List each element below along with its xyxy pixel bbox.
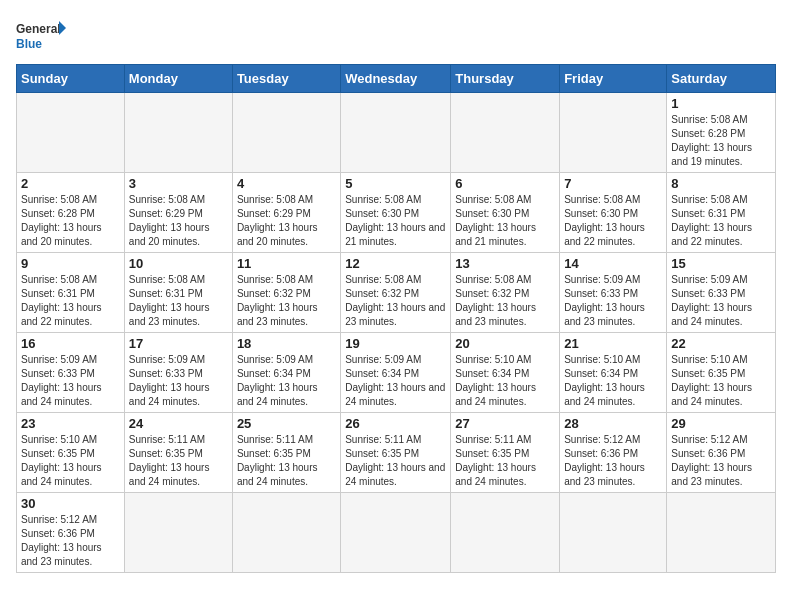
calendar-cell: 10Sunrise: 5:08 AM Sunset: 6:31 PM Dayli… — [124, 253, 232, 333]
day-number: 4 — [237, 176, 336, 191]
logo: General Blue — [16, 16, 66, 56]
calendar-cell: 12Sunrise: 5:08 AM Sunset: 6:32 PM Dayli… — [341, 253, 451, 333]
day-info: Sunrise: 5:08 AM Sunset: 6:31 PM Dayligh… — [671, 193, 771, 249]
calendar-cell — [341, 493, 451, 573]
day-number: 20 — [455, 336, 555, 351]
day-info: Sunrise: 5:08 AM Sunset: 6:31 PM Dayligh… — [129, 273, 228, 329]
calendar-cell: 3Sunrise: 5:08 AM Sunset: 6:29 PM Daylig… — [124, 173, 232, 253]
calendar-cell: 23Sunrise: 5:10 AM Sunset: 6:35 PM Dayli… — [17, 413, 125, 493]
calendar-cell — [232, 493, 340, 573]
day-header-monday: Monday — [124, 65, 232, 93]
day-number: 29 — [671, 416, 771, 431]
calendar-week-row: 16Sunrise: 5:09 AM Sunset: 6:33 PM Dayli… — [17, 333, 776, 413]
calendar-cell — [667, 493, 776, 573]
day-info: Sunrise: 5:08 AM Sunset: 6:29 PM Dayligh… — [129, 193, 228, 249]
calendar-cell: 13Sunrise: 5:08 AM Sunset: 6:32 PM Dayli… — [451, 253, 560, 333]
day-number: 18 — [237, 336, 336, 351]
day-number: 16 — [21, 336, 120, 351]
day-number: 26 — [345, 416, 446, 431]
day-info: Sunrise: 5:10 AM Sunset: 6:35 PM Dayligh… — [21, 433, 120, 489]
calendar-cell: 25Sunrise: 5:11 AM Sunset: 6:35 PM Dayli… — [232, 413, 340, 493]
day-number: 21 — [564, 336, 662, 351]
calendar-cell: 15Sunrise: 5:09 AM Sunset: 6:33 PM Dayli… — [667, 253, 776, 333]
day-number: 24 — [129, 416, 228, 431]
day-info: Sunrise: 5:09 AM Sunset: 6:34 PM Dayligh… — [237, 353, 336, 409]
day-info: Sunrise: 5:08 AM Sunset: 6:32 PM Dayligh… — [237, 273, 336, 329]
page-header: General Blue — [16, 16, 776, 56]
calendar-cell: 18Sunrise: 5:09 AM Sunset: 6:34 PM Dayli… — [232, 333, 340, 413]
calendar-cell: 27Sunrise: 5:11 AM Sunset: 6:35 PM Dayli… — [451, 413, 560, 493]
day-number: 23 — [21, 416, 120, 431]
calendar-cell: 1Sunrise: 5:08 AM Sunset: 6:28 PM Daylig… — [667, 93, 776, 173]
calendar-cell — [232, 93, 340, 173]
svg-marker-2 — [59, 21, 66, 35]
day-info: Sunrise: 5:08 AM Sunset: 6:31 PM Dayligh… — [21, 273, 120, 329]
day-number: 10 — [129, 256, 228, 271]
calendar-cell: 26Sunrise: 5:11 AM Sunset: 6:35 PM Dayli… — [341, 413, 451, 493]
day-number: 5 — [345, 176, 446, 191]
calendar-cell: 24Sunrise: 5:11 AM Sunset: 6:35 PM Dayli… — [124, 413, 232, 493]
calendar-cell — [560, 93, 667, 173]
svg-text:Blue: Blue — [16, 37, 42, 51]
calendar-cell: 7Sunrise: 5:08 AM Sunset: 6:30 PM Daylig… — [560, 173, 667, 253]
day-number: 8 — [671, 176, 771, 191]
day-info: Sunrise: 5:08 AM Sunset: 6:30 PM Dayligh… — [564, 193, 662, 249]
day-number: 14 — [564, 256, 662, 271]
day-info: Sunrise: 5:09 AM Sunset: 6:33 PM Dayligh… — [564, 273, 662, 329]
day-info: Sunrise: 5:12 AM Sunset: 6:36 PM Dayligh… — [671, 433, 771, 489]
calendar-cell: 14Sunrise: 5:09 AM Sunset: 6:33 PM Dayli… — [560, 253, 667, 333]
calendar-table: SundayMondayTuesdayWednesdayThursdayFrid… — [16, 64, 776, 573]
day-number: 19 — [345, 336, 446, 351]
day-header-thursday: Thursday — [451, 65, 560, 93]
day-info: Sunrise: 5:10 AM Sunset: 6:34 PM Dayligh… — [564, 353, 662, 409]
calendar-cell: 6Sunrise: 5:08 AM Sunset: 6:30 PM Daylig… — [451, 173, 560, 253]
day-info: Sunrise: 5:11 AM Sunset: 6:35 PM Dayligh… — [129, 433, 228, 489]
day-info: Sunrise: 5:08 AM Sunset: 6:32 PM Dayligh… — [345, 273, 446, 329]
calendar-cell — [560, 493, 667, 573]
day-number: 9 — [21, 256, 120, 271]
calendar-week-row: 1Sunrise: 5:08 AM Sunset: 6:28 PM Daylig… — [17, 93, 776, 173]
day-info: Sunrise: 5:12 AM Sunset: 6:36 PM Dayligh… — [564, 433, 662, 489]
calendar-cell — [451, 93, 560, 173]
day-number: 17 — [129, 336, 228, 351]
day-number: 25 — [237, 416, 336, 431]
day-info: Sunrise: 5:11 AM Sunset: 6:35 PM Dayligh… — [455, 433, 555, 489]
calendar-cell: 4Sunrise: 5:08 AM Sunset: 6:29 PM Daylig… — [232, 173, 340, 253]
day-number: 28 — [564, 416, 662, 431]
day-number: 13 — [455, 256, 555, 271]
calendar-week-row: 9Sunrise: 5:08 AM Sunset: 6:31 PM Daylig… — [17, 253, 776, 333]
calendar-cell: 9Sunrise: 5:08 AM Sunset: 6:31 PM Daylig… — [17, 253, 125, 333]
calendar-cell — [17, 93, 125, 173]
day-info: Sunrise: 5:08 AM Sunset: 6:28 PM Dayligh… — [21, 193, 120, 249]
day-info: Sunrise: 5:10 AM Sunset: 6:35 PM Dayligh… — [671, 353, 771, 409]
day-info: Sunrise: 5:11 AM Sunset: 6:35 PM Dayligh… — [345, 433, 446, 489]
logo-svg: General Blue — [16, 16, 66, 56]
calendar-week-row: 23Sunrise: 5:10 AM Sunset: 6:35 PM Dayli… — [17, 413, 776, 493]
day-info: Sunrise: 5:08 AM Sunset: 6:28 PM Dayligh… — [671, 113, 771, 169]
calendar-cell — [341, 93, 451, 173]
calendar-cell — [124, 493, 232, 573]
day-number: 22 — [671, 336, 771, 351]
day-info: Sunrise: 5:08 AM Sunset: 6:30 PM Dayligh… — [455, 193, 555, 249]
calendar-header-row: SundayMondayTuesdayWednesdayThursdayFrid… — [17, 65, 776, 93]
day-info: Sunrise: 5:10 AM Sunset: 6:34 PM Dayligh… — [455, 353, 555, 409]
calendar-cell: 11Sunrise: 5:08 AM Sunset: 6:32 PM Dayli… — [232, 253, 340, 333]
day-number: 6 — [455, 176, 555, 191]
calendar-cell: 2Sunrise: 5:08 AM Sunset: 6:28 PM Daylig… — [17, 173, 125, 253]
calendar-cell: 19Sunrise: 5:09 AM Sunset: 6:34 PM Dayli… — [341, 333, 451, 413]
day-number: 30 — [21, 496, 120, 511]
day-header-sunday: Sunday — [17, 65, 125, 93]
calendar-cell: 16Sunrise: 5:09 AM Sunset: 6:33 PM Dayli… — [17, 333, 125, 413]
calendar-week-row: 2Sunrise: 5:08 AM Sunset: 6:28 PM Daylig… — [17, 173, 776, 253]
day-header-tuesday: Tuesday — [232, 65, 340, 93]
calendar-cell: 20Sunrise: 5:10 AM Sunset: 6:34 PM Dayli… — [451, 333, 560, 413]
calendar-cell: 29Sunrise: 5:12 AM Sunset: 6:36 PM Dayli… — [667, 413, 776, 493]
day-info: Sunrise: 5:09 AM Sunset: 6:34 PM Dayligh… — [345, 353, 446, 409]
calendar-cell: 28Sunrise: 5:12 AM Sunset: 6:36 PM Dayli… — [560, 413, 667, 493]
calendar-cell: 22Sunrise: 5:10 AM Sunset: 6:35 PM Dayli… — [667, 333, 776, 413]
day-info: Sunrise: 5:08 AM Sunset: 6:30 PM Dayligh… — [345, 193, 446, 249]
day-number: 3 — [129, 176, 228, 191]
day-info: Sunrise: 5:11 AM Sunset: 6:35 PM Dayligh… — [237, 433, 336, 489]
calendar-cell: 5Sunrise: 5:08 AM Sunset: 6:30 PM Daylig… — [341, 173, 451, 253]
calendar-cell: 17Sunrise: 5:09 AM Sunset: 6:33 PM Dayli… — [124, 333, 232, 413]
